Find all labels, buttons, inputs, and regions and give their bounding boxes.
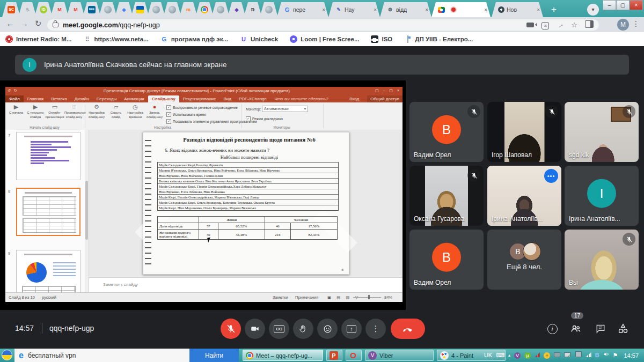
pinned-tab[interactable]: ♨ — [18, 2, 36, 17]
shared-screen[interactable]: ↺ ↻ Презентація Семінар диспут [Режим со… — [0, 80, 406, 310]
back-button[interactable]: ← — [4, 19, 16, 28]
participant-tile-igor-shapoval[interactable]: Ігор Шаповал — [487, 102, 561, 162]
close-tab-icon[interactable]: × — [425, 7, 428, 13]
ribbon-tab[interactable]: Анимация — [120, 95, 148, 102]
thumbnail-slide-8-selected[interactable] — [16, 188, 80, 236]
translate-icon[interactable]: а — [541, 20, 549, 29]
browser-menu-icon[interactable]: ⋮ — [632, 19, 640, 28]
ribbon-setup-slideshow[interactable]: ⚙Настройка слайд-шоу — [87, 104, 106, 119]
thumbnail-slide-9[interactable] — [16, 250, 80, 292]
language-indicator[interactable]: русский — [42, 295, 56, 300]
address-bar[interactable]: meet.google.com/qqq-nefp-ugp а → ☆ — [47, 19, 599, 31]
ppt-window-controls[interactable]: ▢ – ▢ × — [375, 88, 401, 93]
ribbon-hide-slide[interactable]: ▱Скрыть слайд — [106, 104, 126, 119]
pinned-tab[interactable] — [147, 2, 165, 17]
ribbon-custom-slideshow[interactable]: ≡Произвольное слайд-шоу — [64, 104, 84, 119]
clipboard-tray-icon[interactable] — [575, 349, 582, 362]
thumbnail-slide-7[interactable] — [16, 132, 80, 180]
ppt-share-button[interactable]: Общий доступ — [367, 95, 402, 102]
ribbon-from-current[interactable]: ▶С текущего слайда — [26, 104, 45, 119]
signal-strength-icon[interactable] — [586, 349, 591, 362]
start-button[interactable] — [2, 350, 12, 360]
ribbon-record-slideshow[interactable]: ●Запись слайд-шоу — [145, 104, 164, 119]
ribbon-tab-file[interactable]: Файл — [5, 95, 24, 102]
close-tab-icon[interactable]: × — [322, 7, 325, 13]
bluetooth-icon[interactable]: B — [595, 349, 599, 362]
bookmark-google[interactable]: Gпрограма пдф эк... — [160, 35, 228, 43]
bookmark-internet-radio[interactable]: Internet Radio: M... — [5, 35, 72, 43]
comments-toggle[interactable]: Примечания — [295, 295, 318, 300]
pinned-tab[interactable] — [211, 2, 230, 17]
check-play-narrations[interactable]: ✓Воспроизвести речевое сопровождение — [166, 105, 238, 110]
tab-department[interactable]: ⚙ відд × — [380, 2, 431, 17]
bookmark-iso[interactable]: ISO — [371, 35, 392, 43]
raise-hand-button[interactable] — [293, 319, 313, 339]
maximize-button[interactable]: ▢ — [616, 0, 630, 10]
pinned-tab[interactable] — [163, 2, 181, 17]
taskbar-search-button[interactable]: Найти — [189, 349, 239, 362]
pinned-tab[interactable]: iD — [34, 2, 53, 17]
network-warning-icon[interactable] — [535, 349, 540, 362]
close-tab-icon[interactable]: × — [484, 7, 487, 13]
ribbon-tab[interactable]: PDF-XChange — [235, 95, 270, 102]
chat-button[interactable] — [592, 321, 609, 337]
thumbnail-scrollbar[interactable] — [85, 130, 89, 292]
ribbon-online-presentation[interactable]: ▭Онлайн-презентация — [45, 104, 64, 119]
tab-search-chevron[interactable]: ▾ — [587, 4, 599, 16]
meeting-details-button[interactable]: i — [544, 321, 560, 337]
taskbar-powerpoint[interactable]: P — [326, 350, 342, 361]
close-tab-icon[interactable]: × — [537, 7, 540, 13]
tray-expand-icon[interactable]: ▴ — [508, 349, 510, 362]
captions-button[interactable]: CC — [269, 319, 289, 339]
minimize-button[interactable]: – — [603, 0, 616, 10]
end-call-button[interactable] — [391, 319, 425, 339]
pinned-tab[interactable]: ◆ — [115, 2, 133, 17]
pinned-tab[interactable]: M — [50, 2, 69, 17]
display-tray-icon[interactable] — [554, 349, 560, 362]
participant-tile-overflow[interactable]: В Ещё 8 чел. — [487, 230, 561, 290]
ribbon-tab[interactable]: Главная — [24, 95, 47, 102]
camera-allowed-icon[interactable] — [526, 21, 534, 29]
ribbon-tab[interactable]: Вставка — [47, 95, 71, 102]
pinned-tab[interactable] — [131, 2, 149, 17]
pinned-tab[interactable]: M — [67, 2, 85, 17]
reload-button[interactable]: ↻ — [32, 19, 44, 28]
ribbon-tab[interactable]: Рецензирование — [179, 95, 220, 102]
participant-tile-sgd-klk[interactable]: sgd klk — [565, 102, 639, 162]
zoom-slider[interactable] — [353, 297, 381, 298]
ribbon-tab[interactable]: Переходы — [93, 95, 121, 102]
language-indicator[interactable]: UK — [484, 349, 492, 362]
pinned-tab[interactable]: IEEE — [83, 2, 101, 17]
antivirus-tray-icon[interactable]: + — [544, 349, 550, 362]
volume-icon[interactable] — [603, 349, 609, 362]
pinned-tab[interactable] — [260, 2, 278, 17]
viber-tray-icon[interactable]: V — [514, 349, 521, 362]
tab-meet-active[interactable]: × — [431, 2, 491, 17]
side-panel-icon[interactable] — [585, 20, 594, 29]
close-button[interactable]: × — [630, 0, 643, 10]
show-participants-button[interactable] — [568, 321, 584, 337]
keyboard-icon[interactable]: ⌨ — [496, 349, 504, 362]
tab-science[interactable]: ✎ Нау × — [328, 2, 380, 17]
present-button[interactable]: ↑ — [341, 319, 362, 339]
participant-tile-iryna-avatar[interactable]: І Ірина Анатоліїв... — [565, 166, 639, 226]
pinned-tab[interactable] — [195, 2, 214, 17]
reactions-button[interactable] — [317, 319, 338, 339]
pinned-tab[interactable]: m — [179, 2, 197, 17]
participant-tile-vadym-orel[interactable]: В Вадим Орел — [409, 102, 484, 162]
taskbar-viber[interactable]: V Viber — [365, 350, 434, 361]
pinned-tab[interactable]: SC — [2, 2, 20, 17]
taskbar-opera[interactable]: O — [346, 350, 362, 361]
flag-icon[interactable]: ⚑ — [613, 349, 618, 362]
pinned-tab[interactable]: ◆ — [228, 2, 246, 17]
activities-button[interactable] — [615, 321, 631, 337]
check-show-controls[interactable]: ✓Показывать элементы управления проигрыв… — [166, 119, 257, 124]
quick-access-icons[interactable]: ↺ ↻ — [8, 88, 18, 93]
pinned-tab[interactable] — [99, 2, 117, 17]
bookmark-star-icon[interactable]: ☆ — [571, 21, 577, 29]
bookmark-neta[interactable]: ⠿https://www.neta... — [84, 35, 149, 43]
tab-new[interactable]: Нов × — [492, 2, 543, 17]
utorrent-tray-icon[interactable]: µ — [524, 349, 531, 362]
ribbon-tab[interactable]: Дизайн — [71, 95, 93, 102]
forward-button[interactable]: → — [18, 19, 30, 28]
